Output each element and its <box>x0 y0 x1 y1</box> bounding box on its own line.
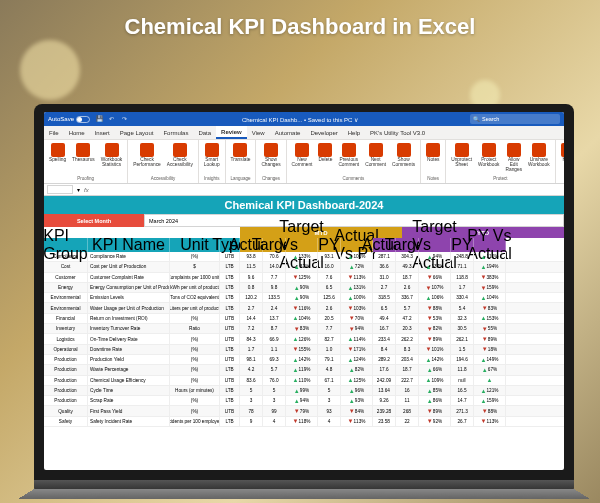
search-icon: 🔍 <box>473 116 480 122</box>
spelling-button[interactable]: Spelling <box>47 142 68 169</box>
ribbon: SpellingThesaurusWorkbook StatisticsProo… <box>44 140 564 184</box>
tab-insert[interactable]: Insert <box>90 126 115 139</box>
titlebar: AutoSave 💾 ↶ ↷ Chemical KPI Dashb... • S… <box>44 112 564 126</box>
show-changes-button[interactable]: Show Changes <box>259 142 282 169</box>
tab-home[interactable]: Home <box>64 126 90 139</box>
table-row[interactable]: ProductionProduction Yield(%)UTB98.169.3… <box>44 355 564 365</box>
table-row[interactable]: QualityFirst Pass Yield(%)UTB7899▼ 79%93… <box>44 406 564 416</box>
save-icon[interactable]: 💾 <box>96 115 104 123</box>
table-row[interactable]: FinancialReturn on Investment (ROI)(%)UT… <box>44 314 564 324</box>
unprotect-sheet-button[interactable]: Unprotect Sheet <box>449 142 474 173</box>
fx-icon[interactable]: fx <box>84 187 89 193</box>
tab-file[interactable]: File <box>44 126 64 139</box>
month-value[interactable]: March 2024 <box>144 214 564 227</box>
formula-bar[interactable]: ▾ fx <box>44 184 564 196</box>
chevron-down-icon[interactable]: ▾ <box>77 186 80 193</box>
tab-data[interactable]: Data <box>193 126 216 139</box>
unshare-workbook-button[interactable]: Unshare Workbook <box>526 142 552 173</box>
tab-review[interactable]: Review <box>216 126 247 139</box>
check-performance-button[interactable]: Check Performance <box>131 142 162 169</box>
table-row[interactable]: LogisticsOn-Time Delivery Rate(%)UTB84.3… <box>44 334 564 344</box>
show-comments-button[interactable]: Show Comments <box>390 142 417 169</box>
table-row[interactable]: CostCost per Unit of Production$LTB11.51… <box>44 262 564 272</box>
table-row[interactable]: ProductionScrap Rate(%)LTB33▲ 94%3▲ 93%9… <box>44 396 564 406</box>
translate-button[interactable]: Translate <box>229 142 253 164</box>
redo-icon[interactable]: ↷ <box>122 115 130 123</box>
quick-access-toolbar[interactable]: 💾 ↶ ↷ <box>96 115 130 123</box>
table-row[interactable]: EnvironmentalEmission LevelsTons of CO2 … <box>44 293 564 303</box>
table-row[interactable]: ComplianceCompliance Rate(%)UTB93.870.6▲… <box>44 252 564 262</box>
delete-button[interactable]: Delete <box>316 142 334 169</box>
table-row[interactable]: ProductionCycle TimeHours (or minutes)LT… <box>44 386 564 396</box>
excel-window: AutoSave 💾 ↶ ↷ Chemical KPI Dashb... • S… <box>44 112 564 470</box>
document-name[interactable]: Chemical KPI Dashb... • Saved to this PC… <box>136 116 464 123</box>
month-label: Select Month <box>44 214 144 227</box>
protect-workbook-button[interactable]: Protect Workbook <box>476 142 502 173</box>
kpi-table-body: ComplianceCompliance Rate(%)UTB93.870.6▲… <box>44 252 564 427</box>
name-box[interactable] <box>47 185 73 194</box>
ribbon-tabs: FileHomeInsertPage LayoutFormulasDataRev… <box>44 126 564 140</box>
check-accessibility-button[interactable]: Check Accessibility <box>165 142 195 169</box>
new-comment-button[interactable]: New Comment <box>290 142 315 169</box>
allow-edit-ranges-button[interactable]: Allow Edit Ranges <box>504 142 525 173</box>
workbook-statistics-button[interactable]: Workbook Statistics <box>99 142 125 169</box>
table-row[interactable]: EnvironmentalWater Usage per Unit of Pro… <box>44 303 564 313</box>
up-arrow-icon: ▲ <box>487 377 493 383</box>
table-row[interactable]: SafetySafety Incident RateIncidents per … <box>44 417 564 427</box>
tab-page-layout[interactable]: Page Layout <box>115 126 159 139</box>
tab-automate[interactable]: Automate <box>270 126 306 139</box>
tab-formulas[interactable]: Formulas <box>158 126 193 139</box>
hide-ink-button[interactable]: Hide Ink <box>559 142 564 169</box>
table-row[interactable]: OperationalDowntime Rate(%)LTB1.71.1▼ 15… <box>44 345 564 355</box>
thesaurus-button[interactable]: Thesaurus <box>70 142 97 169</box>
notes-button[interactable]: Notes <box>424 142 442 164</box>
table-row[interactable]: ProductionChemical Usage Efficiency(%)UT… <box>44 376 564 386</box>
table-row[interactable]: EnergyEnergy Consumption per Unit of Pro… <box>44 283 564 293</box>
column-headers: KPI Group KPI Name Unit Type Actual Targ… <box>44 238 564 252</box>
autosave-toggle[interactable]: AutoSave <box>48 116 90 123</box>
table-row[interactable]: InventoryInventory Turnover RateRatioUTB… <box>44 324 564 334</box>
table-row[interactable]: CustomerCustomer Complaint RateComplaint… <box>44 273 564 283</box>
dashboard-title: Chemical KPI Dashboard-2024 <box>44 196 564 214</box>
search-box[interactable]: 🔍 Search <box>470 114 560 124</box>
page-heading: Chemical KPI Dashboard in Excel <box>0 0 600 52</box>
previous-comment-button[interactable]: Previous Comment <box>336 142 361 169</box>
tab-view[interactable]: View <box>247 126 270 139</box>
table-row[interactable]: ProductionWaste Percentage(%)LTB4.25.7▲ … <box>44 365 564 375</box>
tab-help[interactable]: Help <box>343 126 365 139</box>
smart-lookup-button[interactable]: Smart Lookup <box>202 142 222 169</box>
laptop-frame: AutoSave 💾 ↶ ↷ Chemical KPI Dashb... • S… <box>34 104 574 503</box>
tab-pk-s-utility-tool-v3-0[interactable]: PK's Utility Tool V3.0 <box>365 126 430 139</box>
next-comment-button[interactable]: Next Comment <box>363 142 388 169</box>
undo-icon[interactable]: ↶ <box>109 115 117 123</box>
tab-developer[interactable]: Developer <box>305 126 342 139</box>
